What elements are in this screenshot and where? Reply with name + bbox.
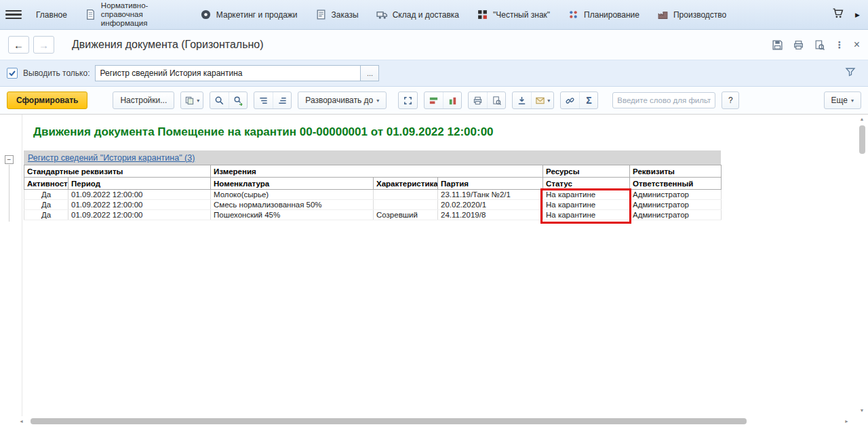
search-icon[interactable] [210,92,229,108]
table-row[interactable]: Да 01.09.2022 12:00:00 Пошехонский 45% С… [24,210,722,220]
cell-characteristic[interactable] [374,190,438,200]
expand-to-label: Разворачивать до [305,96,373,105]
vertical-scrollbar[interactable]: ▲ ▼ [858,116,866,414]
cell-active[interactable]: Да [24,190,68,200]
cell-active[interactable]: Да [24,210,68,220]
cell-responsible[interactable]: Администратор [630,190,722,200]
cell-batch[interactable]: 23.11.19/Танк №2/1 [438,190,543,200]
print-icon[interactable] [469,92,487,108]
menu-overflow-icon[interactable]: ▶ [850,12,863,18]
table-row[interactable]: Да 01.09.2022 12:00:00 Смесь нормализова… [24,200,722,210]
cell-responsible[interactable]: Администратор [630,200,722,210]
planning-icon [568,9,579,20]
cell-period[interactable]: 01.09.2022 12:00:00 [68,200,211,210]
output-only-checkbox[interactable] [7,68,18,79]
save-icon[interactable] [772,39,783,51]
menu-item-warehouse[interactable]: Склад и доставка [368,6,468,23]
grouping-group [254,92,292,109]
shopping-cart-icon[interactable] [827,5,850,24]
send-mail-icon[interactable]: ▾ [531,92,553,108]
cell-characteristic[interactable] [374,200,438,210]
register-link[interactable]: Регистр сведений "История карантина" (3) [28,153,195,163]
autosum-icon[interactable]: Σ [579,92,597,108]
report-toolbar: Сформировать Настройки... ▾ Разворачиват… [0,87,868,114]
cell-batch[interactable]: 24.11.2019/8 [438,210,543,220]
horizontal-scroll-thumb[interactable] [31,418,747,424]
more-button[interactable]: Еще ▾ [824,92,861,109]
report-area: − Движения документа Помещение на карант… [0,114,868,427]
menu-item-orders[interactable]: Заказы [307,6,368,23]
menu-item-label: Склад и доставка [393,10,459,20]
group-header-resources: Ресурсы [543,165,630,178]
filter-funnel-icon[interactable] [840,64,861,83]
back-button[interactable]: ← [8,36,29,54]
menu-item-production[interactable]: Производство [648,6,735,23]
menu-item-label: Планирование [584,10,639,20]
cell-responsible[interactable]: Администратор [630,210,722,220]
menu-item-label: Главное [36,10,67,20]
cell-nomenclature[interactable]: Пошехонский 45% [211,210,374,220]
cell-batch[interactable]: 20.02.2020/1 [438,200,543,210]
cell-status[interactable]: На карантине [543,200,630,210]
table-row[interactable]: Да 01.09.2022 12:00:00 Молоко(сырье) 23.… [24,190,722,200]
vertical-scroll-thumb[interactable] [859,125,865,154]
menu-item-nsi[interactable]: Нормативно-справочная информация [76,0,191,30]
register-filter-choose-button[interactable]: ... [361,65,379,81]
group-header-standard: Стандартные реквизиты [24,165,211,178]
report-title: Движения документа Помещение на карантин… [33,125,721,139]
find-icon[interactable] [814,39,825,51]
download-icon[interactable] [513,92,531,108]
search-next-icon[interactable] [229,92,247,108]
window-title-bar: ← → Движения документа (Горизонтально) ⋮… [0,30,868,60]
horizontal-scrollbar[interactable]: ◄ ► [18,417,850,425]
expand-groups-icon[interactable] [273,92,291,108]
get-link-icon[interactable] [561,92,579,108]
print-icon[interactable] [793,39,804,51]
close-icon[interactable]: × [854,39,860,51]
forward-button[interactable]: → [33,36,54,54]
horizontal-scroll-track[interactable] [25,417,843,425]
settings-button[interactable]: Настройки... [113,92,174,109]
menu-item-main[interactable]: Главное [27,7,76,22]
fullscreen-group [398,92,418,109]
help-button[interactable]: ? [722,92,739,109]
scroll-right-icon[interactable]: ► [843,419,850,424]
register-filter-input[interactable] [95,65,361,81]
menu-item-label: Маркетинг и продажи [216,10,298,20]
generate-button[interactable]: Сформировать [7,92,87,109]
copy-settings-icon[interactable]: ▾ [181,92,203,108]
scroll-up-icon[interactable]: ▲ [860,116,865,123]
vertical-scroll-track[interactable] [858,123,866,407]
kebab-menu-icon[interactable]: ⋮ [835,39,844,50]
menu-item-label: Заказы [332,10,359,20]
col-header-characteristic: Характеристика [374,178,438,190]
group-header-dimensions: Измерения [211,165,543,178]
word-filter-input[interactable] [612,92,715,108]
window-actions: ⋮ × [772,39,860,51]
format-bars-vertical-icon[interactable] [443,92,461,108]
print-preview-icon[interactable] [487,92,505,108]
menu-item-planning[interactable]: Планирование [559,6,648,23]
scroll-down-icon[interactable]: ▼ [860,407,865,414]
cell-characteristic[interactable]: Созревший [374,210,438,220]
collapse-groups-icon[interactable] [254,92,273,108]
conditional-format-group [424,92,462,109]
cell-nomenclature[interactable]: Молоко(сырье) [211,190,374,200]
expand-to-button[interactable]: Разворачивать до ▾ [298,92,387,109]
format-bars-horizontal-icon[interactable] [425,92,443,108]
cell-nomenclature[interactable]: Смесь нормализованная 50% [211,200,374,210]
collapse-group-toggle[interactable]: − [5,155,14,164]
cell-period[interactable]: 01.09.2022 12:00:00 [68,190,211,200]
menu-item-marketing[interactable]: Маркетинг и продажи [191,6,307,23]
cell-status[interactable]: На карантине [543,210,630,220]
output-only-label: Выводить только: [23,68,90,78]
main-menu-icon[interactable] [5,9,22,21]
menu-item-chestny-znak[interactable]: "Честный знак" [468,6,559,23]
cell-active[interactable]: Да [24,200,68,210]
fullscreen-icon[interactable] [399,92,417,108]
cell-period[interactable]: 01.09.2022 12:00:00 [68,210,211,220]
scroll-left-icon[interactable]: ◄ [18,419,25,424]
search-group [210,92,248,109]
cell-status[interactable]: На карантине [543,190,630,200]
group-header-row: Стандартные реквизиты Измерения Ресурсы … [24,165,722,178]
